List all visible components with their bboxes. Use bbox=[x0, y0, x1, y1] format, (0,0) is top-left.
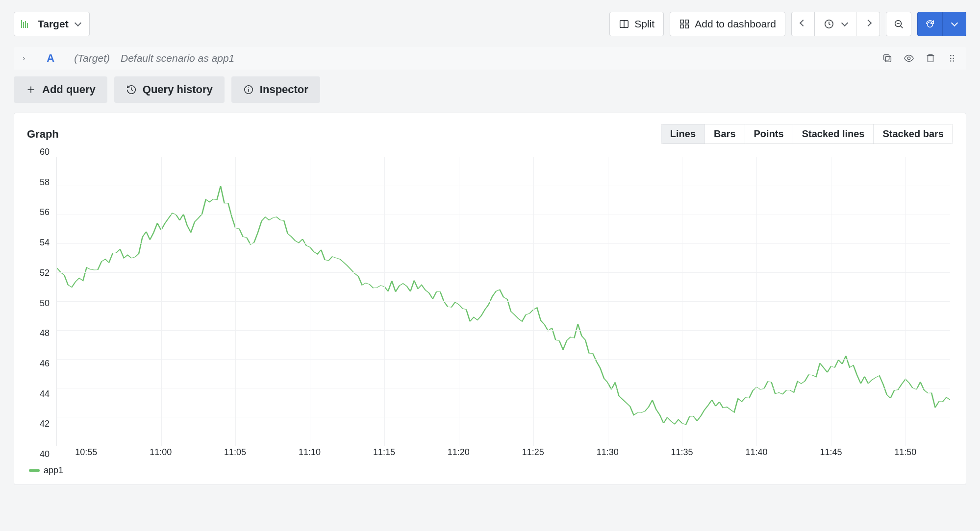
vis-option-points[interactable]: Points bbox=[745, 124, 793, 144]
svg-rect-13 bbox=[928, 56, 933, 62]
query-row: › A (Target) Default scenario as app1 bbox=[14, 47, 966, 70]
clock-icon bbox=[824, 19, 834, 29]
time-forward-button[interactable] bbox=[856, 12, 880, 36]
chevron-down-icon bbox=[75, 20, 81, 26]
split-button[interactable]: Split bbox=[609, 12, 664, 36]
y-tick: 54 bbox=[40, 238, 50, 248]
query-source: (Target) bbox=[74, 52, 110, 64]
y-tick: 58 bbox=[40, 177, 50, 187]
x-tick: 11:50 bbox=[894, 447, 916, 458]
zoom-out-icon bbox=[893, 19, 904, 29]
add-to-dashboard-label: Add to dashboard bbox=[695, 18, 776, 30]
time-back-button[interactable] bbox=[791, 12, 815, 36]
x-tick: 11:30 bbox=[597, 447, 619, 458]
top-toolbar: Target Split Add to dashboard bbox=[0, 0, 980, 43]
svg-point-19 bbox=[953, 60, 954, 62]
svg-point-14 bbox=[950, 55, 952, 56]
x-tick: 11:25 bbox=[522, 447, 544, 458]
chart-area: 4042444648505254565860 10:5511:0011:0511… bbox=[27, 152, 953, 476]
add-to-dashboard-button[interactable]: Add to dashboard bbox=[670, 12, 785, 36]
add-query-button[interactable]: Add query bbox=[14, 76, 107, 103]
refresh-icon bbox=[925, 19, 935, 29]
x-axis: 10:5511:0011:0511:1011:1511:2011:2511:30… bbox=[56, 447, 950, 461]
x-tick: 11:35 bbox=[671, 447, 693, 458]
split-label: Split bbox=[634, 18, 654, 30]
query-description: Default scenario as app1 bbox=[121, 52, 234, 64]
x-tick: 11:00 bbox=[150, 447, 172, 458]
svg-rect-10 bbox=[885, 56, 891, 62]
svg-rect-11 bbox=[884, 55, 889, 60]
chevron-left-icon bbox=[800, 20, 806, 26]
toggle-visibility-button[interactable] bbox=[904, 53, 914, 64]
inspector-button[interactable]: Inspector bbox=[231, 76, 320, 103]
datasource-picker[interactable]: Target bbox=[14, 12, 90, 36]
query-actions: Add query Query history Inspector bbox=[14, 76, 966, 103]
dashboard-icon bbox=[679, 19, 690, 29]
delete-query-button[interactable] bbox=[925, 53, 936, 64]
x-tick: 11:05 bbox=[224, 447, 246, 458]
vis-option-lines[interactable]: Lines bbox=[661, 124, 704, 144]
x-tick: 11:45 bbox=[820, 447, 842, 458]
y-axis: 4042444648505254565860 bbox=[27, 152, 52, 454]
vis-option-stacked-lines[interactable]: Stacked lines bbox=[793, 124, 874, 144]
svg-line-8 bbox=[901, 26, 903, 28]
x-tick: 11:15 bbox=[373, 447, 395, 458]
legend-swatch bbox=[29, 469, 40, 472]
add-query-label: Add query bbox=[42, 83, 96, 96]
chevron-down-icon bbox=[951, 20, 957, 26]
legend-label[interactable]: app1 bbox=[44, 465, 63, 476]
svg-point-16 bbox=[950, 58, 952, 59]
panel-title: Graph bbox=[27, 128, 59, 141]
drag-handle[interactable] bbox=[947, 53, 957, 64]
svg-point-18 bbox=[950, 60, 952, 62]
svg-rect-5 bbox=[685, 25, 688, 28]
run-query-button[interactable] bbox=[917, 12, 943, 36]
svg-rect-2 bbox=[680, 20, 683, 23]
panel-header: Graph Lines Bars Points Stacked lines St… bbox=[27, 124, 953, 144]
chevron-down-icon bbox=[841, 20, 848, 26]
svg-point-17 bbox=[953, 58, 954, 59]
query-history-label: Query history bbox=[143, 83, 213, 96]
svg-rect-4 bbox=[680, 25, 683, 28]
visualization-switch: Lines Bars Points Stacked lines Stacked … bbox=[661, 124, 953, 144]
y-tick: 44 bbox=[40, 388, 50, 399]
graph-panel: Graph Lines Bars Points Stacked lines St… bbox=[14, 113, 966, 485]
split-icon bbox=[619, 19, 629, 29]
duplicate-query-button[interactable] bbox=[882, 53, 893, 64]
y-tick: 42 bbox=[40, 419, 50, 429]
zoom-out-button[interactable] bbox=[886, 12, 911, 36]
y-tick: 50 bbox=[40, 298, 50, 308]
y-tick: 48 bbox=[40, 328, 50, 338]
y-tick: 52 bbox=[40, 267, 50, 278]
plot-region[interactable] bbox=[56, 157, 950, 446]
run-group bbox=[917, 12, 966, 36]
x-tick: 10:55 bbox=[75, 447, 97, 458]
inspector-label: Inspector bbox=[260, 83, 308, 96]
y-tick: 46 bbox=[40, 358, 50, 368]
plus-icon bbox=[25, 84, 36, 95]
query-history-button[interactable]: Query history bbox=[114, 76, 225, 103]
query-id[interactable]: A bbox=[36, 52, 63, 65]
legend: app1 bbox=[29, 465, 63, 476]
vis-option-stacked-bars[interactable]: Stacked bars bbox=[873, 124, 953, 144]
query-collapse-toggle[interactable]: › bbox=[23, 54, 25, 63]
info-icon bbox=[243, 84, 254, 95]
svg-rect-3 bbox=[685, 20, 688, 23]
y-tick: 40 bbox=[40, 449, 50, 459]
chevron-right-icon bbox=[864, 20, 871, 26]
run-interval-button[interactable] bbox=[943, 12, 966, 36]
x-tick: 11:10 bbox=[299, 447, 321, 458]
datasource-label: Target bbox=[38, 18, 69, 30]
time-range-group bbox=[791, 12, 880, 36]
x-tick: 11:40 bbox=[745, 447, 767, 458]
y-tick: 56 bbox=[40, 207, 50, 217]
history-icon bbox=[126, 84, 137, 95]
svg-point-24 bbox=[248, 87, 249, 88]
time-picker-button[interactable] bbox=[815, 12, 856, 36]
y-tick: 60 bbox=[40, 147, 50, 157]
svg-point-15 bbox=[953, 55, 954, 56]
vis-option-bars[interactable]: Bars bbox=[704, 124, 744, 144]
x-tick: 11:20 bbox=[448, 447, 470, 458]
svg-point-12 bbox=[907, 57, 910, 60]
datasource-icon bbox=[21, 20, 31, 28]
